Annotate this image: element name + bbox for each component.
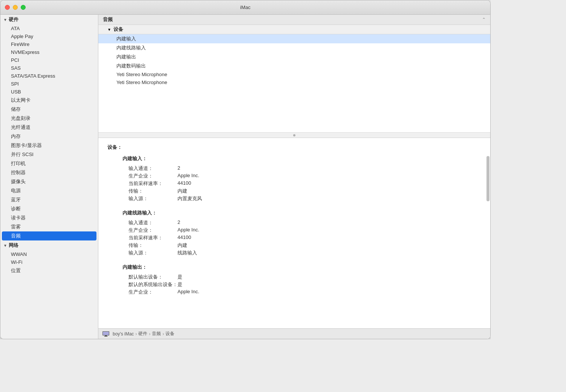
sidebar-item-bluetooth[interactable]: 蓝牙 <box>0 195 98 204</box>
detail-props: 输入通道：2生产企业：Apple Inc.当前采样速率：44100传输：内建输入… <box>107 219 481 256</box>
titlebar: iMac <box>0 0 490 15</box>
prop-value: 44100 <box>177 180 191 187</box>
sidebar-item-thunderbolt[interactable]: 雷雾 <box>0 222 98 231</box>
prop-row: 生产企业：Apple Inc. <box>128 173 481 179</box>
detail-content[interactable]: 设备： 内建输入：输入通道：2生产企业：Apple Inc.当前采样速率：441… <box>98 138 490 328</box>
prop-value: 是 <box>177 274 182 280</box>
close-button[interactable] <box>5 5 10 10</box>
status-bar: boy's iMac › 硬件 › 音频 › 设备 <box>98 328 490 339</box>
list-row-builtin-line-input[interactable]: 内建线路输入 <box>98 43 490 52</box>
sidebar-section-network[interactable]: ▼ 网络 <box>0 240 98 250</box>
prop-label: 生产企业： <box>128 227 177 234</box>
prop-row: 默认的系统输出设备：是 <box>128 281 481 288</box>
sidebar: ▼ 硬件 ATAApple PayFireWireNVMExpressPCISA… <box>0 15 98 339</box>
section-title: 音频 <box>103 16 113 23</box>
detail-subsection: 内建输出：默认输出设备：是默认的系统输出设备：是生产企业：Apple Inc. <box>107 264 481 296</box>
computer-icon <box>102 331 110 337</box>
detail-subsection: 内建输入：输入通道：2生产企业：Apple Inc.当前采样速率：44100传输… <box>107 155 481 202</box>
sidebar-item-usb[interactable]: USB <box>0 88 98 96</box>
sidebar-section-hardware[interactable]: ▼ 硬件 <box>0 15 98 24</box>
list-row-builtin-output[interactable]: 内建输出 <box>98 52 490 61</box>
sidebar-item-optical[interactable]: 光盘刻录 <box>0 114 98 123</box>
prop-label: 默认的系统输出设备： <box>128 281 177 288</box>
sidebar-item-sata[interactable]: SATA/SATA Express <box>0 72 98 80</box>
sidebar-item-apple-pay[interactable]: Apple Pay <box>0 32 98 40</box>
detail-scrollbar[interactable] <box>486 141 490 325</box>
subsection-title: 内建输出： <box>107 264 481 271</box>
sidebar-item-cardreader[interactable]: 读卡器 <box>0 213 98 222</box>
main-window: iMac ▼ 硬件 ATAApple PayFireWireNVMExpress… <box>0 0 491 339</box>
sidebar-item-scsi[interactable]: 并行 SCSI <box>0 150 98 159</box>
sidebar-item-fiber[interactable]: 光纤通道 <box>0 123 98 132</box>
list-row-yeti-mic-1[interactable]: Yeti Stereo Microphone <box>98 70 490 78</box>
subsection-header[interactable]: ▼ 设备 <box>98 25 490 34</box>
prop-label: 传输： <box>128 242 177 249</box>
network-section-label: 网络 <box>9 242 18 249</box>
prop-row: 生产企业：Apple Inc. <box>128 289 481 296</box>
list-row-yeti-mic-2[interactable]: Yeti Stereo Microphone <box>98 78 490 86</box>
sidebar-item-wifi[interactable]: Wi-Fi <box>0 258 98 266</box>
sidebar-item-ethernet[interactable]: 以太网卡 <box>0 96 98 105</box>
subsection-triangle-icon: ▼ <box>107 28 111 32</box>
detail-props: 默认输出设备：是默认的系统输出设备：是生产企业：Apple Inc. <box>107 274 481 296</box>
prop-label: 传输： <box>128 188 177 194</box>
subsection-title: 内建线路输入： <box>107 210 481 216</box>
detail-scrollbar-thumb <box>486 156 490 201</box>
sidebar-item-camera[interactable]: 摄像头 <box>0 177 98 186</box>
prop-label: 输入通道： <box>128 219 177 226</box>
hardware-items: ATAApple PayFireWireNVMExpressPCISASSATA… <box>0 24 98 240</box>
sidebar-item-sas[interactable]: SAS <box>0 64 98 72</box>
sidebar-item-wwan[interactable]: WWAN <box>0 250 98 258</box>
sidebar-item-memory[interactable]: 内存 <box>0 132 98 141</box>
prop-row: 生产企业：Apple Inc. <box>128 227 481 234</box>
prop-row: 传输：内建 <box>128 242 481 249</box>
breadcrumb-computer: boy's iMac <box>113 331 134 337</box>
sidebar-item-spi[interactable]: SPI <box>0 80 98 88</box>
sidebar-item-gpu[interactable]: 图形卡/显示器 <box>0 141 98 150</box>
breadcrumb-sep-1: › <box>135 331 137 337</box>
prop-label: 当前采样速率： <box>128 234 177 241</box>
network-triangle-icon: ▼ <box>3 243 7 248</box>
detail-subsection: 内建线路输入：输入通道：2生产企业：Apple Inc.当前采样速率：44100… <box>107 210 481 256</box>
sidebar-item-storage[interactable]: 储存 <box>0 105 98 114</box>
breadcrumb-2: 音频 <box>152 331 161 337</box>
list-row-builtin-input[interactable]: 内建输入 <box>98 34 490 43</box>
svg-rect-1 <box>103 332 109 335</box>
traffic-lights <box>5 5 26 10</box>
prop-label: 生产企业： <box>128 173 177 179</box>
maximize-button[interactable] <box>21 5 26 10</box>
detail-list-area: ▼ 设备 内建输入内建线路输入内建输出内建数码输出Yeti Stereo Mic… <box>98 25 490 138</box>
prop-value: 内建 <box>177 188 187 194</box>
prop-value: 是 <box>177 281 182 288</box>
sidebar-item-location[interactable]: 位置 <box>0 266 98 275</box>
prop-value: 内置麦克风 <box>177 195 202 202</box>
subsection-title: 设备 <box>113 26 123 33</box>
prop-value: 2 <box>177 219 180 226</box>
minimize-button[interactable] <box>13 5 18 10</box>
prop-label: 输入源： <box>128 250 177 256</box>
sidebar-item-audio[interactable]: 音频 <box>2 231 96 240</box>
sidebar-item-controller[interactable]: 控制器 <box>0 168 98 177</box>
list-row-builtin-digital-output[interactable]: 内建数码输出 <box>98 61 490 70</box>
scroll-dot <box>293 134 295 136</box>
breadcrumb-sep-2: › <box>149 331 150 337</box>
prop-row: 输入通道：2 <box>128 219 481 226</box>
sidebar-item-ata[interactable]: ATA <box>0 24 98 32</box>
prop-row: 输入源：内置麦克风 <box>128 195 481 202</box>
prop-value: 线路输入 <box>177 250 197 256</box>
scroll-indicator <box>98 132 490 138</box>
sidebar-item-pci[interactable]: PCI <box>0 56 98 64</box>
sidebar-item-firewire[interactable]: FireWire <box>0 40 98 48</box>
main-content: ▼ 硬件 ATAApple PayFireWireNVMExpressPCISA… <box>0 15 490 339</box>
sidebar-item-printer[interactable]: 打印机 <box>0 159 98 168</box>
prop-label: 输入通道： <box>128 165 177 172</box>
subsection-title: 内建输入： <box>107 155 481 162</box>
svg-rect-2 <box>105 335 107 336</box>
sidebar-item-diagnostics[interactable]: 诊断 <box>0 204 98 213</box>
sidebar-item-nvmexpress[interactable]: NVMExpress <box>0 48 98 56</box>
sidebar-item-power[interactable]: 电源 <box>0 186 98 195</box>
prop-label: 默认输出设备： <box>128 274 177 280</box>
collapse-button[interactable]: ⌃ <box>482 17 486 22</box>
breadcrumb-1: 硬件 <box>138 331 147 337</box>
prop-label: 输入源： <box>128 195 177 202</box>
